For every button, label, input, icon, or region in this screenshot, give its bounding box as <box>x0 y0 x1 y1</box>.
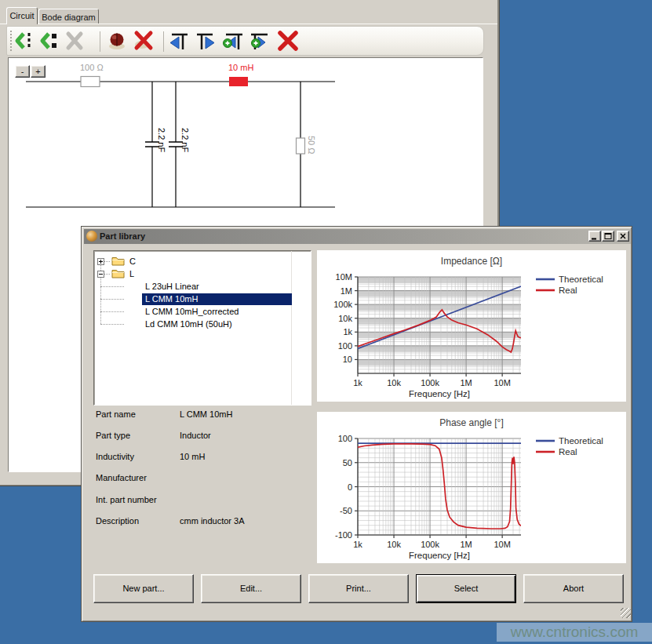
remove-bug-icon[interactable] <box>133 30 156 53</box>
wire-previous-icon[interactable] <box>38 30 62 53</box>
print-button[interactable]: Print... <box>308 574 409 603</box>
insert-node-right-icon[interactable] <box>195 30 218 53</box>
svg-text:Real: Real <box>559 286 577 295</box>
part-library-title: Part library <box>100 231 145 241</box>
detail-label: Int. part number <box>96 495 157 504</box>
svg-text:1M: 1M <box>460 540 472 549</box>
tree-node-c[interactable]: C <box>129 257 136 266</box>
svg-text:100: 100 <box>338 434 352 443</box>
svg-text:10M: 10M <box>494 378 510 387</box>
part-library-titlebar[interactable]: Part library <box>84 229 631 244</box>
svg-text:10M: 10M <box>494 540 510 549</box>
svg-text:50 Ω: 50 Ω <box>307 136 316 155</box>
toolbar <box>6 26 484 56</box>
detail-label: Part name <box>96 409 136 419</box>
minimize-button[interactable] <box>588 231 601 242</box>
svg-text:Theoretical: Theoretical <box>559 275 603 284</box>
part-library-window: Part library C L L 23uH Linear L CMM 10m… <box>81 226 632 622</box>
watermark-text: www.cntronics.com <box>497 623 652 642</box>
tab-bode-diagram-label: Bode diagram <box>42 13 96 22</box>
svg-text:-50: -50 <box>340 506 352 515</box>
detail-value: Inductor <box>180 431 211 440</box>
svg-text:1M: 1M <box>341 286 352 296</box>
svg-text:10: 10 <box>343 355 352 364</box>
svg-text:100k: 100k <box>333 300 352 309</box>
svg-text:1k: 1k <box>353 540 362 549</box>
edit-button[interactable]: Edit... <box>201 574 301 603</box>
svg-text:Frequency [Hz]: Frequency [Hz] <box>409 551 470 560</box>
svg-text:1k: 1k <box>353 378 362 387</box>
phase-chart: 100500-50-1001k10k100k1M10MPhase angle [… <box>317 412 626 563</box>
svg-text:100k: 100k <box>421 540 439 549</box>
svg-text:2.2 nF: 2.2 nF <box>180 128 190 152</box>
resize-grip[interactable] <box>621 608 631 618</box>
abort-button[interactable]: Abort <box>523 574 624 603</box>
tab-bode-diagram[interactable]: Bode diagram <box>38 9 99 24</box>
new-part-button[interactable]: New part... <box>93 574 194 603</box>
toolbar-separator <box>100 31 100 52</box>
part-tree: C L L 23uH Linear L CMM 10mH L CMM 10mH_… <box>93 250 311 406</box>
impedance-chart: 101001k10k100k1M10M1k10k100k1M10MImpedan… <box>317 250 626 402</box>
folder-icon <box>111 268 125 278</box>
close-button[interactable] <box>617 231 629 242</box>
svg-text:Impedance [Ω]: Impedance [Ω] <box>441 256 502 267</box>
svg-text:Phase angle [°]: Phase angle [°] <box>439 417 504 428</box>
svg-text:1k: 1k <box>343 327 352 337</box>
maximize-button[interactable] <box>602 231 614 242</box>
detail-label: Part type <box>96 431 130 440</box>
folder-icon <box>111 256 125 266</box>
expand-icon[interactable] <box>97 258 104 265</box>
delete-node-icon[interactable] <box>277 30 301 53</box>
svg-text:1M: 1M <box>460 378 472 387</box>
component-capacitor-2[interactable]: 2.2 nF <box>169 82 190 207</box>
svg-text:100 Ω: 100 Ω <box>80 63 104 72</box>
component-resistor-100ohm[interactable]: 100 Ω <box>80 63 104 87</box>
detail-value: cmm inductor 3A <box>180 516 245 526</box>
detail-value: 10 mH <box>180 452 205 461</box>
detail-label: Manufacturer <box>96 473 147 482</box>
tab-circuit-label: Circuit <box>9 11 34 20</box>
part-library-icon <box>86 231 97 242</box>
watermark-band: www.cntronics.com <box>497 623 652 642</box>
svg-text:100k: 100k <box>421 378 439 387</box>
svg-text:10k: 10k <box>387 378 401 387</box>
svg-text:10M: 10M <box>336 272 352 282</box>
svg-text:10k: 10k <box>338 314 352 323</box>
svg-text:2.2 nF: 2.2 nF <box>157 128 166 152</box>
component-capacitor-1[interactable]: 2.2 nF <box>145 82 166 207</box>
tree-item[interactable]: Ld CMM 10mH (50uH) <box>145 319 232 329</box>
svg-text:Frequency [Hz]: Frequency [Hz] <box>409 389 470 398</box>
delete-disabled-icon[interactable] <box>64 30 87 53</box>
insert-node-left-icon[interactable] <box>168 30 191 53</box>
svg-text:-100: -100 <box>335 530 352 540</box>
tree-column-line <box>291 251 292 405</box>
component-inductor-10mh[interactable]: 10 mH <box>228 63 253 86</box>
detail-value: L CMM 10mH <box>180 409 232 419</box>
svg-text:10 mH: 10 mH <box>228 63 253 72</box>
tree-item[interactable]: L 23uH Linear <box>145 282 199 291</box>
bug-component-icon[interactable] <box>106 30 129 53</box>
svg-text:50: 50 <box>343 458 352 468</box>
svg-text:0: 0 <box>348 482 352 492</box>
wire-back-left-icon[interactable] <box>13 30 37 53</box>
detail-label: Inductivity <box>96 452 134 461</box>
collapse-icon[interactable] <box>97 271 104 278</box>
svg-text:Theoretical: Theoretical <box>559 436 603 446</box>
tree-item[interactable]: L CMM 10mH_corrected <box>145 307 239 316</box>
tab-circuit[interactable]: Circuit <box>6 7 38 24</box>
tree-item-selected[interactable]: L CMM 10mH <box>145 294 198 304</box>
add-node-right-icon[interactable] <box>250 30 273 53</box>
detail-label: Description <box>96 516 139 526</box>
svg-text:Real: Real <box>559 447 577 457</box>
select-button[interactable]: Select <box>416 574 516 603</box>
toolbar-separator <box>163 31 164 52</box>
tree-node-l[interactable]: L <box>129 269 134 278</box>
svg-text:100: 100 <box>338 341 352 351</box>
svg-text:10k: 10k <box>387 540 401 549</box>
add-node-left-icon[interactable] <box>222 30 246 53</box>
component-resistor-50ohm[interactable]: 50 Ω <box>297 82 317 207</box>
